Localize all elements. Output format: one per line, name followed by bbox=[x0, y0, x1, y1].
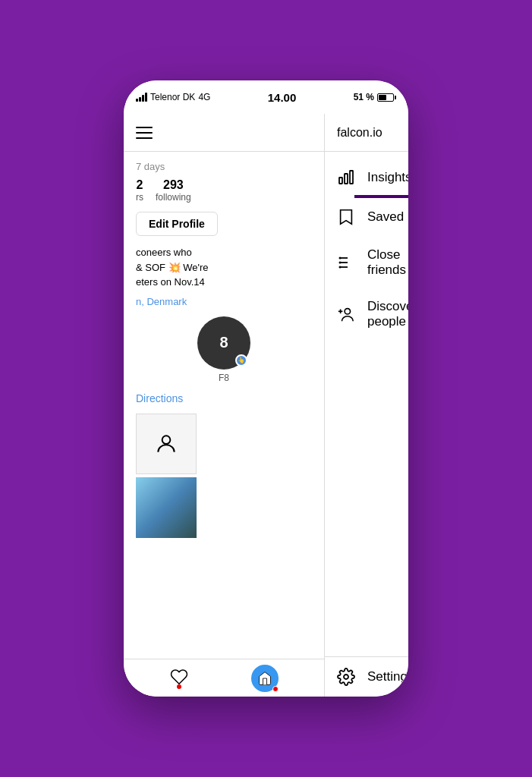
saved-label: Saved bbox=[367, 209, 404, 225]
followers-stat: 2 rs bbox=[136, 178, 143, 203]
following-count: 293 bbox=[156, 178, 191, 192]
menu-title: falcon.io bbox=[337, 126, 382, 140]
battery-percent: 51 % bbox=[354, 92, 374, 102]
close-friends-label: Close friends bbox=[367, 247, 408, 278]
svg-rect-1 bbox=[339, 178, 342, 184]
bio-text: coneers who & SOF 💥 We're eters on Nov.1… bbox=[136, 245, 312, 290]
insights-label: Insights bbox=[367, 170, 408, 185]
left-body: 7 days 2 rs 293 following Edit Profile bbox=[124, 152, 324, 547]
svg-point-0 bbox=[162, 436, 171, 444]
person-placeholder-icon bbox=[154, 432, 178, 456]
story-label: F8 bbox=[219, 373, 229, 383]
right-panel-wrapper: falcon.io Insights bbox=[325, 114, 408, 697]
heart-button[interactable] bbox=[170, 668, 188, 689]
left-panel: 7 days 2 rs 293 following Edit Profile bbox=[124, 114, 325, 697]
bio-line-1: coneers who bbox=[136, 247, 192, 258]
home-icon bbox=[257, 671, 272, 686]
story-number: 8 bbox=[219, 334, 228, 351]
bookmark-icon bbox=[337, 208, 355, 226]
svg-point-9 bbox=[339, 266, 342, 269]
svg-point-10 bbox=[345, 309, 350, 314]
settings-icon bbox=[337, 668, 355, 686]
close-friends-menu-item[interactable]: Close friends bbox=[325, 237, 408, 288]
hamburger-menu-button[interactable] bbox=[136, 127, 153, 139]
arrow-shaft bbox=[354, 195, 408, 198]
settings-menu-item[interactable]: Settings bbox=[325, 657, 408, 697]
stats-row: 2 rs 293 following bbox=[136, 178, 312, 203]
status-bar: Telenor DK 4G 14.00 51 % bbox=[124, 80, 408, 114]
svg-point-8 bbox=[339, 262, 342, 264]
bio-line-2: & SOF 💥 We're bbox=[136, 262, 209, 273]
menu-header: falcon.io bbox=[325, 114, 408, 152]
settings-label: Settings bbox=[367, 669, 408, 684]
svg-rect-3 bbox=[350, 171, 353, 184]
location-link[interactable]: n, Denmark bbox=[136, 296, 312, 307]
main-content: 7 days 2 rs 293 following Edit Profile bbox=[124, 114, 408, 697]
add-person-icon bbox=[337, 305, 355, 323]
arrow-annotation bbox=[354, 190, 408, 203]
photo-placeholder bbox=[136, 414, 197, 474]
bio-line-3: eters on Nov.14 bbox=[136, 276, 205, 288]
svg-rect-2 bbox=[345, 174, 348, 184]
left-header bbox=[124, 114, 324, 152]
followers-count: 2 bbox=[136, 178, 143, 192]
story-circle[interactable]: 8 👆 bbox=[197, 316, 250, 370]
menu-items: Insights Saved bbox=[325, 152, 408, 656]
close-friends-icon bbox=[337, 253, 355, 272]
carrier-label: Telenor DK bbox=[150, 92, 195, 102]
svg-point-13 bbox=[344, 675, 348, 679]
edit-profile-button[interactable]: Edit Profile bbox=[136, 212, 218, 236]
phone-screen: Telenor DK 4G 14.00 51 % bbox=[124, 80, 408, 697]
story-item: 8 👆 F8 bbox=[136, 316, 312, 383]
status-right: 51 % bbox=[354, 92, 396, 102]
bar-chart-icon bbox=[337, 168, 355, 187]
phone-frame: Telenor DK 4G 14.00 51 % bbox=[124, 80, 408, 697]
days-label: 7 days bbox=[136, 161, 312, 172]
followers-label: rs bbox=[136, 192, 143, 203]
following-label: following bbox=[156, 192, 191, 203]
svg-point-7 bbox=[339, 257, 342, 260]
status-left: Telenor DK 4G bbox=[136, 92, 210, 102]
left-bottom-bar bbox=[124, 659, 325, 697]
network-type-label: 4G bbox=[198, 92, 210, 102]
battery-icon bbox=[377, 93, 396, 102]
signal-bars-icon bbox=[136, 93, 147, 102]
following-stat: 293 following bbox=[156, 178, 191, 203]
menu-footer: Settings bbox=[325, 656, 408, 697]
discover-people-menu-item[interactable]: Discover people bbox=[325, 288, 408, 340]
discover-people-label: Discover people bbox=[367, 299, 408, 329]
heart-icon bbox=[170, 668, 188, 686]
directions-link[interactable]: Directions bbox=[136, 392, 312, 404]
photo-thumbnail[interactable] bbox=[136, 477, 197, 538]
home-button[interactable] bbox=[251, 665, 279, 692]
status-time: 14.00 bbox=[268, 91, 297, 104]
